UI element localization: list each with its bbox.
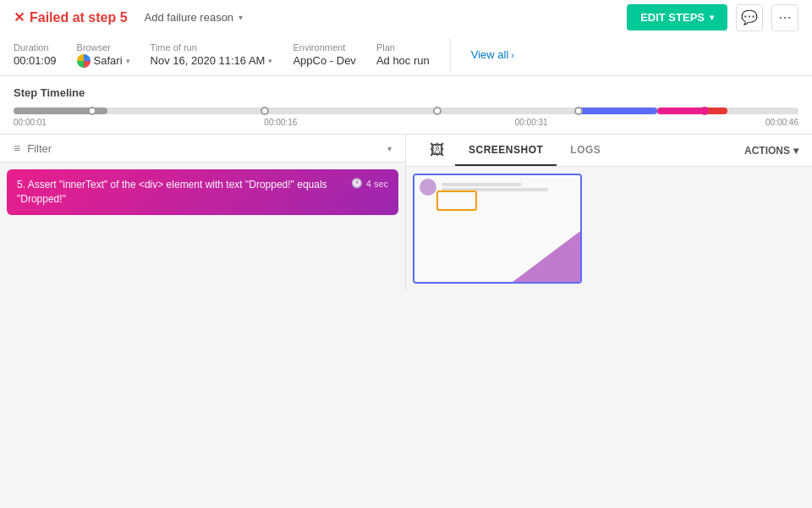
more-icon: ⋯ bbox=[778, 9, 792, 25]
timeline-track bbox=[14, 108, 798, 114]
meta-browser: Browser Safari ▾ bbox=[77, 42, 130, 68]
actions-chevron: ▾ bbox=[793, 145, 798, 157]
edit-steps-label: EDIT STEPS bbox=[640, 11, 705, 24]
comment-button[interactable]: 💬 bbox=[736, 4, 763, 31]
duration-value: 00:01:09 bbox=[14, 54, 57, 67]
timeline-dot-1[interactable] bbox=[88, 107, 96, 115]
time-label-4: 00:00:46 bbox=[765, 118, 798, 127]
time-label-2: 00:00:16 bbox=[264, 118, 297, 127]
edit-steps-chevron: ▾ bbox=[710, 13, 714, 22]
edit-steps-button[interactable]: EDIT STEPS ▾ bbox=[627, 4, 727, 30]
filter-input[interactable] bbox=[27, 142, 381, 155]
timeline-dot-4[interactable] bbox=[574, 107, 583, 115]
timeline-labels: 00:00:01 00:00:16 00:00:31 00:00:46 bbox=[14, 118, 798, 127]
duration-label: Duration bbox=[14, 42, 57, 52]
x-icon: ✕ bbox=[14, 9, 25, 25]
time-label: Time of run bbox=[151, 42, 273, 52]
top-bar-right: EDIT STEPS ▾ 💬 ⋯ bbox=[627, 4, 798, 31]
time-label-3: 00:00:31 bbox=[515, 118, 548, 127]
meta-environment: Environment AppCo - Dev bbox=[293, 42, 355, 67]
timeline-title: Step Timeline bbox=[14, 86, 798, 99]
segment-blue bbox=[579, 108, 657, 114]
add-failure-label: Add failure reason bbox=[145, 11, 234, 24]
time-chevron[interactable]: ▾ bbox=[268, 57, 272, 65]
environment-label: Environment bbox=[293, 42, 355, 52]
tabs-bar: 🖼 SCREENSHOT LOGS ACTIONS ▾ bbox=[406, 135, 812, 167]
view-all-link[interactable]: View all › bbox=[471, 48, 514, 61]
step-item-5[interactable]: 5. Assert "innerText" of the <div> eleme… bbox=[7, 169, 398, 215]
plan-value: Ad hoc run bbox=[376, 54, 430, 67]
add-failure-button[interactable]: Add failure reason ▾ bbox=[138, 8, 250, 27]
timeline-dot-5[interactable] bbox=[700, 107, 709, 115]
mock-highlight bbox=[436, 190, 477, 211]
actions-button[interactable]: ACTIONS ▾ bbox=[744, 138, 798, 163]
meta-plan: Plan Ad hoc run bbox=[376, 42, 430, 67]
browser-name: Safari bbox=[94, 54, 123, 67]
step-item-content: 5. Assert "innerText" of the <div> eleme… bbox=[17, 178, 388, 207]
left-panel: ≡ ▾ 5. Assert "innerText" of the <div> e… bbox=[0, 135, 406, 290]
time-label-1: 00:00:01 bbox=[14, 118, 47, 127]
tabs: SCREENSHOT LOGS bbox=[455, 135, 614, 166]
screenshot-icon-button[interactable]: 🖼 bbox=[420, 135, 455, 166]
main-container: ≡ ▾ 5. Assert "innerText" of the <div> e… bbox=[0, 135, 812, 290]
step-item-time: 🕐 4 sec bbox=[351, 178, 388, 189]
filter-bar: ≡ ▾ bbox=[0, 135, 405, 163]
tab-screenshot[interactable]: SCREENSHOT bbox=[455, 135, 557, 166]
add-failure-chevron: ▾ bbox=[239, 13, 243, 22]
time-text: Nov 16, 2020 11:16 AM bbox=[151, 54, 266, 67]
failed-label: Failed at step 5 bbox=[30, 10, 128, 25]
steps-list: 5. Assert "innerText" of the <div> eleme… bbox=[0, 163, 405, 227]
timeline-dot-2[interactable] bbox=[261, 107, 269, 115]
step-time-value: 4 sec bbox=[366, 179, 388, 189]
step-text: 5. Assert "innerText" of the <div> eleme… bbox=[17, 178, 351, 207]
timeline-dot-3[interactable] bbox=[433, 107, 442, 115]
screenshot-area bbox=[406, 167, 812, 290]
view-all-arrow: › bbox=[511, 50, 514, 60]
meta-divider bbox=[450, 38, 451, 72]
failed-badge: ✕ Failed at step 5 bbox=[14, 9, 128, 25]
top-bar-left: ✕ Failed at step 5 Add failure reason ▾ bbox=[14, 8, 250, 27]
view-all-label: View all bbox=[471, 48, 509, 61]
meta-time: Time of run Nov 16, 2020 11:16 AM ▾ bbox=[151, 42, 273, 67]
tab-logs[interactable]: LOGS bbox=[557, 135, 614, 166]
plan-label: Plan bbox=[376, 42, 430, 52]
mock-purple-triangle bbox=[513, 231, 580, 282]
safari-icon bbox=[77, 54, 91, 68]
top-bar: ✕ Failed at step 5 Add failure reason ▾ … bbox=[0, 0, 812, 76]
comment-icon: 💬 bbox=[741, 9, 758, 25]
filter-chevron[interactable]: ▾ bbox=[387, 144, 392, 153]
segment-pink bbox=[657, 108, 705, 114]
browser-chevron[interactable]: ▾ bbox=[126, 57, 130, 65]
timeline-bar bbox=[14, 108, 798, 114]
top-bar-row1: ✕ Failed at step 5 Add failure reason ▾ … bbox=[14, 4, 798, 31]
right-panel: 🖼 SCREENSHOT LOGS ACTIONS ▾ bbox=[406, 135, 812, 290]
meta-duration: Duration 00:01:09 bbox=[14, 42, 57, 67]
meta-row: Duration 00:01:09 Browser Safari ▾ Time … bbox=[14, 38, 798, 72]
actions-label: ACTIONS bbox=[744, 145, 790, 157]
mock-avatar bbox=[420, 179, 436, 196]
mock-screenshot bbox=[414, 175, 580, 282]
environment-value: AppCo - Dev bbox=[293, 54, 355, 67]
mock-line-1 bbox=[442, 183, 522, 186]
filter-icon: ≡ bbox=[14, 141, 20, 155]
tabs-left: 🖼 SCREENSHOT LOGS bbox=[420, 135, 614, 166]
timeline-section: Step Timeline 00:00:01 00:00:16 00:00:31… bbox=[0, 76, 812, 135]
time-value: Nov 16, 2020 11:16 AM ▾ bbox=[151, 54, 273, 67]
screenshot-preview bbox=[413, 174, 582, 284]
browser-label: Browser bbox=[77, 42, 130, 52]
more-options-button[interactable]: ⋯ bbox=[771, 4, 798, 31]
clock-icon: 🕐 bbox=[351, 178, 363, 189]
browser-value: Safari ▾ bbox=[77, 54, 130, 68]
image-icon: 🖼 bbox=[430, 141, 445, 158]
